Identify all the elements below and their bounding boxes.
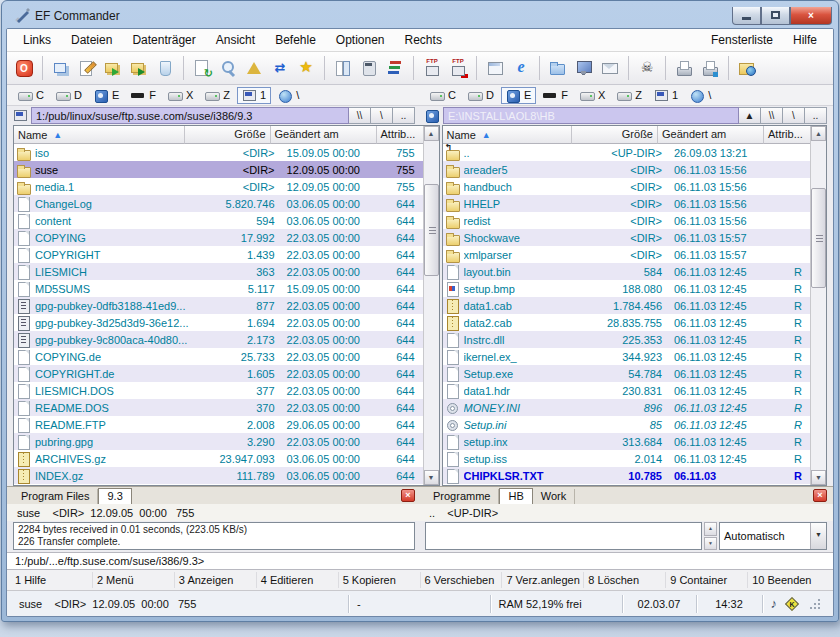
root-double-backslash-button[interactable]: \\ — [761, 107, 783, 124]
scroll-thumb[interactable] — [424, 184, 439, 276]
drive-C-button[interactable]: C — [425, 87, 461, 104]
toolbar-favorites-button[interactable] — [293, 55, 319, 81]
file-row[interactable]: ..<UP-DIR>26.09.03 13:21 — [443, 144, 810, 161]
spin-down-icon[interactable]: ▼ — [704, 537, 717, 551]
drive-F-button[interactable]: F — [538, 87, 573, 104]
file-row[interactable]: areader5<DIR>06.11.03 15:56 — [443, 161, 810, 178]
column-header-name[interactable]: Name▲ — [443, 126, 572, 144]
file-row[interactable]: COPYING.de25.73322.03.05 00:00644 — [14, 348, 423, 365]
file-row[interactable]: setup.bmp188.08006.11.03 12:45R — [443, 280, 810, 297]
toolbar-ftp-connect-button[interactable] — [419, 55, 445, 81]
spin-up-icon[interactable]: ▲ — [704, 522, 717, 536]
menu-datenträger[interactable]: Datenträger — [122, 31, 205, 49]
toolbar-edit-button[interactable] — [74, 55, 100, 81]
title-bar[interactable]: EF Commander × — [6, 1, 834, 28]
file-row[interactable]: HHELP<DIR>06.11.03 15:56 — [443, 195, 810, 212]
file-row[interactable]: ikernel.ex_344.92306.11.03 12:45R — [443, 348, 810, 365]
drive-E-button[interactable]: E — [501, 87, 536, 104]
toolbar-web-folder-button[interactable] — [734, 55, 760, 81]
file-row[interactable]: handbuch<DIR>06.11.03 15:56 — [443, 178, 810, 195]
close-tab-button[interactable]: × — [813, 489, 827, 502]
fkey-3-button[interactable]: 3 Anzeigen — [175, 572, 257, 588]
column-header-size[interactable]: Größe — [572, 126, 658, 144]
fkey-9-button[interactable]: 9 Container — [666, 572, 748, 588]
scroll-down-icon[interactable]: ▼ — [424, 470, 439, 485]
toolbar-library-button[interactable] — [382, 55, 408, 81]
toolbar-sync-button[interactable] — [267, 55, 293, 81]
file-row[interactable]: ARCHIVES.gz23.947.09303.06.05 00:00644 — [14, 450, 423, 467]
tab-work[interactable]: Work — [533, 489, 575, 504]
sound-icon[interactable]: ♪ — [771, 596, 778, 611]
file-row[interactable]: COPYING17.99222.03.05 00:00644 — [14, 229, 423, 246]
fkey-7-button[interactable]: 7 Verz.anlegen — [502, 572, 584, 588]
drive-X-button[interactable]: X — [163, 87, 198, 104]
file-row[interactable]: Shockwave<DIR>06.11.03 15:57 — [443, 229, 810, 246]
scrollbar-right[interactable]: ▲ ▼ — [810, 126, 826, 485]
file-row[interactable]: MONEY.INI89606.11.03 12:45R — [443, 399, 810, 416]
file-row[interactable]: data2.cab28.835.75506.11.03 12:45R — [443, 314, 810, 331]
toolbar-app-window-button[interactable] — [482, 55, 508, 81]
tab-programme[interactable]: Programme — [425, 489, 499, 504]
path-field-left[interactable]: 1:/pub/linux/suse/ftp.suse.com/suse/i386… — [31, 107, 349, 124]
toolbar-folder-button[interactable] — [545, 55, 571, 81]
column-header-attrib[interactable]: Attrib... — [764, 126, 810, 144]
file-row[interactable]: layout.bin58406.11.03 12:45R — [443, 263, 810, 280]
drive-F-button[interactable]: F — [126, 87, 161, 104]
file-row[interactable]: README.DOS37022.03.05 00:00644 — [14, 399, 423, 416]
minimize-button[interactable] — [732, 7, 761, 25]
file-row[interactable]: Instrc.dll225.35306.11.03 12:45R — [443, 331, 810, 348]
file-row[interactable]: gpg-pubkey-3d25d3d9-36e12...1.69422.03.0… — [14, 314, 423, 331]
fkey-1-button[interactable]: 1 Hilfe — [11, 572, 93, 588]
file-row[interactable]: README.FTP2.00829.06.05 00:00644 — [14, 416, 423, 433]
menu-rechts[interactable]: Rechts — [395, 31, 452, 49]
toolbar-move-button[interactable] — [126, 55, 152, 81]
toolbar-print-button[interactable] — [671, 55, 697, 81]
chevron-down-icon[interactable]: ▼ — [810, 523, 826, 549]
tab-9-3[interactable]: 9.3 — [98, 488, 131, 505]
drive-X-button[interactable]: X — [575, 87, 610, 104]
path-field-right[interactable]: E:\INSTALL\AOL8\HB — [443, 107, 739, 124]
drive-1-button[interactable]: 1 — [237, 87, 271, 104]
parent-dir-button[interactable]: .. — [805, 107, 827, 124]
column-header-attrib[interactable]: Attrib... — [377, 126, 423, 144]
file-row[interactable]: setup.iss2.01406.11.03 12:45R — [443, 450, 810, 467]
drive-D-button[interactable]: D — [51, 87, 87, 104]
scroll-thumb[interactable] — [811, 188, 826, 288]
file-row[interactable]: ChangeLog5.820.74603.06.05 00:00644 — [14, 195, 423, 212]
file-row[interactable]: gpg-pubkey-9c800aca-40d80...2.17322.03.0… — [14, 331, 423, 348]
toolbar-power-button[interactable] — [11, 55, 37, 81]
menu-hilfe[interactable]: Hilfe — [783, 31, 827, 49]
resize-grip[interactable] — [809, 598, 821, 610]
mode-dropdown[interactable]: Automatisch ▼ — [719, 522, 827, 550]
drive-1-button[interactable]: 1 — [649, 87, 683, 104]
toolbar-split-button[interactable] — [330, 55, 356, 81]
toolbar-view-button[interactable] — [48, 55, 74, 81]
menu-optionen[interactable]: Optionen — [326, 31, 395, 49]
file-row[interactable]: iso<DIR>15.09.05 00:00755 — [14, 144, 423, 161]
file-row[interactable]: MD5SUMS5.11715.09.05 00:00644 — [14, 280, 423, 297]
column-header-size[interactable]: Größe — [185, 126, 271, 144]
menu-befehle[interactable]: Befehle — [265, 31, 326, 49]
scrollbar-left[interactable]: ▲ ▼ — [423, 126, 439, 485]
file-row[interactable]: xmlparser<DIR>06.11.03 15:57 — [443, 246, 810, 263]
file-row[interactable]: redist<DIR>06.11.03 15:56 — [443, 212, 810, 229]
menu-ansicht[interactable]: Ansicht — [206, 31, 265, 49]
toolbar-refresh-button[interactable] — [189, 55, 215, 81]
file-row[interactable]: LIESMICH36322.03.05 00:00644 — [14, 263, 423, 280]
fkey-8-button[interactable]: 8 Löschen — [584, 572, 666, 588]
file-row[interactable]: data1.cab1.784.45606.11.03 12:45R — [443, 297, 810, 314]
fkey-5-button[interactable]: 5 Kopieren — [339, 572, 421, 588]
file-row[interactable]: COPYRIGHT.de1.60522.03.05 00:00644 — [14, 365, 423, 382]
maximize-button[interactable] — [761, 7, 790, 25]
toolbar-computer-button[interactable] — [571, 55, 597, 81]
close-button[interactable]: × — [790, 7, 832, 25]
file-row[interactable]: pubring.gpg3.29022.03.05 00:00644 — [14, 433, 423, 450]
plugin-k-icon[interactable] — [785, 596, 799, 610]
file-row[interactable]: data1.hdr230.83106.11.03 12:45R — [443, 382, 810, 399]
fkey-6-button[interactable]: 6 Verschieben — [421, 572, 503, 588]
root-backslash-button[interactable]: \ — [783, 107, 805, 124]
menu-dateien[interactable]: Dateien — [61, 31, 122, 49]
file-row[interactable]: Setup.ini8506.11.03 12:45R — [443, 416, 810, 433]
fkey-4-button[interactable]: 4 Editieren — [257, 572, 339, 588]
parent-dir-button[interactable]: .. — [393, 107, 415, 124]
